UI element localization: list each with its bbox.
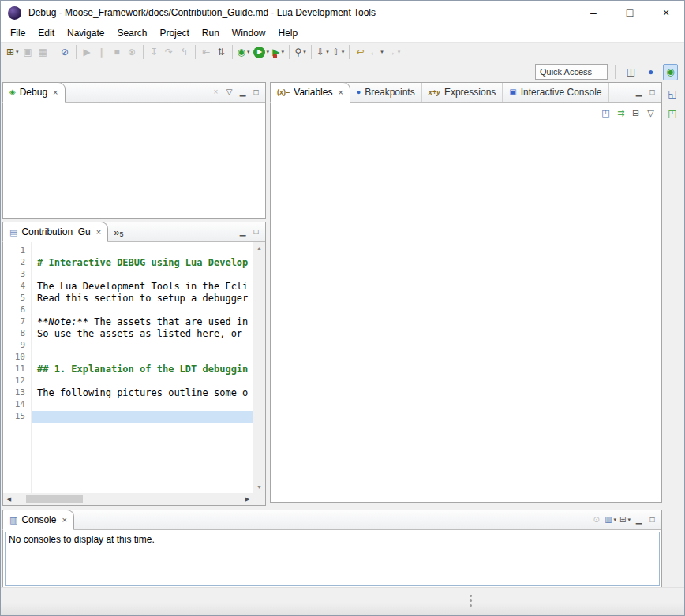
- view-menu-icon[interactable]: ▽: [223, 85, 236, 99]
- editor-line-3[interactable]: [32, 269, 253, 281]
- editor-line-4[interactable]: The Lua Development Tools in the Ecli: [32, 281, 253, 293]
- line-number[interactable]: 6: [3, 304, 31, 316]
- close-tab-icon[interactable]: ×: [53, 88, 58, 97]
- line-number[interactable]: 13: [3, 387, 31, 399]
- line-number[interactable]: 15: [3, 411, 31, 423]
- show-logical-structure-icon[interactable]: ⇉: [613, 105, 628, 121]
- debug-icon[interactable]: ◉▾: [236, 44, 252, 61]
- perspective-debug-icon[interactable]: ◉: [663, 64, 678, 80]
- open-console-icon[interactable]: ⊞▾: [618, 513, 632, 527]
- editor-line-12[interactable]: [32, 375, 253, 387]
- scroll-up-icon[interactable]: ▲: [256, 242, 262, 254]
- line-number[interactable]: 7: [3, 316, 31, 328]
- maximize-view-icon[interactable]: □: [249, 225, 263, 239]
- back-icon[interactable]: ←▾: [368, 44, 385, 61]
- dropdown-arrow-icon[interactable]: ▾: [281, 49, 284, 55]
- editor-line-9[interactable]: [32, 340, 253, 352]
- minimize-view-icon[interactable]: ▁: [632, 85, 646, 99]
- line-number[interactable]: 3: [3, 269, 31, 281]
- hscroll-track[interactable]: [15, 493, 241, 505]
- external-tools-icon[interactable]: ▶▾: [271, 44, 286, 61]
- editor-line-8[interactable]: So use the assets as listed here, or: [32, 328, 253, 340]
- titlebar[interactable]: Debug - Moose_Framework/docs/Contributio…: [1, 1, 684, 24]
- tab-debug-view[interactable]: ◈ Debug ×: [2, 82, 66, 103]
- menu-run[interactable]: Run: [196, 25, 226, 41]
- line-number[interactable]: 4: [3, 281, 31, 293]
- editor-line-6[interactable]: [32, 304, 253, 316]
- quick-access-input[interactable]: [535, 64, 608, 80]
- menu-navigate[interactable]: Navigate: [61, 25, 110, 41]
- menu-file[interactable]: File: [4, 25, 32, 41]
- previous-annotation-icon[interactable]: ⇧▾: [331, 44, 346, 61]
- editor-ruler[interactable]: 123456789101112131415: [3, 242, 32, 493]
- line-number[interactable]: 14: [3, 399, 31, 411]
- minimized-outline-view-icon[interactable]: ◰: [665, 105, 680, 121]
- dropdown-arrow-icon[interactable]: ▾: [398, 49, 401, 55]
- tab-variables[interactable]: (x)= Variables ×: [270, 82, 350, 103]
- maximize-view-icon[interactable]: □: [646, 85, 659, 99]
- menu-edit[interactable]: Edit: [32, 25, 61, 41]
- minimize-view-icon[interactable]: ▁: [236, 85, 249, 99]
- dropdown-arrow-icon[interactable]: ▾: [342, 49, 345, 55]
- editor-line-15[interactable]: [32, 411, 253, 423]
- perspective-ldt-icon[interactable]: ●: [643, 64, 658, 80]
- editor-line-11[interactable]: ## 1. Explanation of the LDT debuggin: [32, 364, 253, 375]
- dropdown-arrow-icon[interactable]: ▾: [326, 49, 329, 55]
- skip-all-breakpoints-icon[interactable]: ⊘: [58, 44, 73, 61]
- resize-grip[interactable]: [470, 595, 472, 597]
- menu-project[interactable]: Project: [153, 25, 195, 41]
- dropdown-arrow-icon[interactable]: ▾: [303, 49, 306, 55]
- tab-interactive-console[interactable]: ▣ Interactive Console: [503, 83, 608, 102]
- line-number[interactable]: 9: [3, 340, 31, 352]
- display-selected-console-icon[interactable]: ▥▾: [603, 513, 618, 527]
- editor-line-7[interactable]: **Note:** The assets that are used in: [32, 316, 253, 328]
- editor-text-area[interactable]: # Interactive DEBUG using Lua DevelopThe…: [32, 242, 253, 493]
- tab-console[interactable]: ▥ Console ×: [2, 510, 74, 530]
- maximize-view-icon[interactable]: □: [646, 513, 659, 527]
- collapse-all-icon[interactable]: ⊟: [628, 105, 643, 121]
- editor-vscrollbar[interactable]: ▲ ▼: [253, 242, 265, 493]
- hscroll-thumb[interactable]: [26, 495, 83, 503]
- scroll-down-icon[interactable]: ▼: [256, 481, 262, 493]
- restore-minimized-view-icon[interactable]: ◱: [665, 85, 680, 102]
- scroll-left-icon[interactable]: ◀: [3, 496, 15, 502]
- dropdown-arrow-icon[interactable]: ▾: [614, 517, 617, 523]
- menu-search[interactable]: Search: [110, 25, 153, 41]
- minimize-view-icon[interactable]: ▁: [632, 513, 646, 527]
- close-tab-icon[interactable]: ×: [338, 88, 342, 97]
- close-window-button[interactable]: ×: [648, 1, 684, 24]
- scroll-right-icon[interactable]: ▶: [241, 496, 253, 502]
- editor-line-5[interactable]: Read this section to setup a debugger: [32, 293, 253, 304]
- line-number[interactable]: 5: [3, 293, 31, 304]
- line-number[interactable]: 2: [3, 257, 31, 269]
- dropdown-arrow-icon[interactable]: ▾: [16, 49, 19, 55]
- maximize-window-button[interactable]: □: [612, 1, 648, 24]
- next-annotation-icon[interactable]: ⇩▾: [315, 44, 331, 61]
- editor-hscrollbar[interactable]: ◀ ▶: [3, 493, 253, 505]
- editor-line-14[interactable]: [32, 399, 253, 411]
- last-edit-location-icon[interactable]: ↩: [353, 44, 368, 61]
- tab-breakpoints[interactable]: ● Breakpoints: [350, 83, 422, 102]
- dropdown-arrow-icon[interactable]: ▾: [267, 49, 270, 55]
- editor-line-2[interactable]: # Interactive DEBUG using Lua Develop: [32, 257, 253, 269]
- line-number[interactable]: 11: [3, 364, 31, 375]
- close-tab-icon[interactable]: ×: [96, 227, 101, 237]
- editor-line-10[interactable]: [32, 352, 253, 364]
- tab-overflow-chevron[interactable]: »5: [108, 222, 129, 241]
- view-menu-icon[interactable]: ▽: [643, 105, 658, 121]
- tab-contribution-guide[interactable]: ▤ Contribution_Gu ×: [2, 222, 108, 242]
- open-perspective-icon[interactable]: ◫: [623, 64, 638, 80]
- editor-line-13[interactable]: The following pictures outline some o: [32, 387, 253, 399]
- menu-window[interactable]: Window: [226, 25, 272, 41]
- dropdown-arrow-icon[interactable]: ▾: [247, 49, 250, 55]
- minimize-window-button[interactable]: –: [575, 1, 612, 24]
- line-number[interactable]: 12: [3, 375, 31, 387]
- dropdown-arrow-icon[interactable]: ▾: [627, 517, 631, 523]
- dropdown-arrow-icon[interactable]: ▾: [380, 49, 384, 55]
- minimize-view-icon[interactable]: ▁: [236, 225, 249, 239]
- new-wizard-icon[interactable]: ⊞▾: [5, 44, 21, 61]
- line-number[interactable]: 1: [3, 245, 31, 257]
- run-icon[interactable]: ▶▾: [252, 44, 271, 61]
- tab-expressions[interactable]: x+y Expressions: [422, 83, 503, 102]
- editor-line-1[interactable]: [32, 245, 253, 257]
